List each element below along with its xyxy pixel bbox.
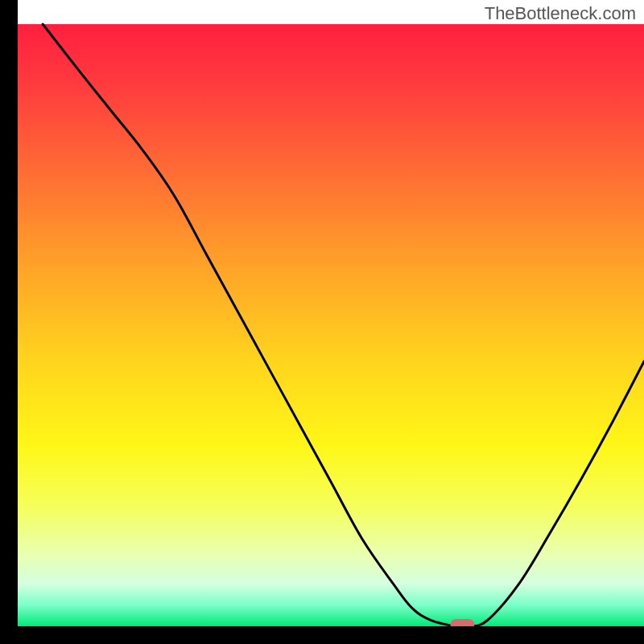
bottleneck-chart — [0, 0, 644, 644]
chart-background — [18, 24, 644, 626]
watermark-text: TheBottleneck.com — [485, 3, 636, 24]
x-axis — [0, 626, 644, 644]
chart-svg — [0, 0, 644, 644]
y-axis — [0, 0, 18, 644]
